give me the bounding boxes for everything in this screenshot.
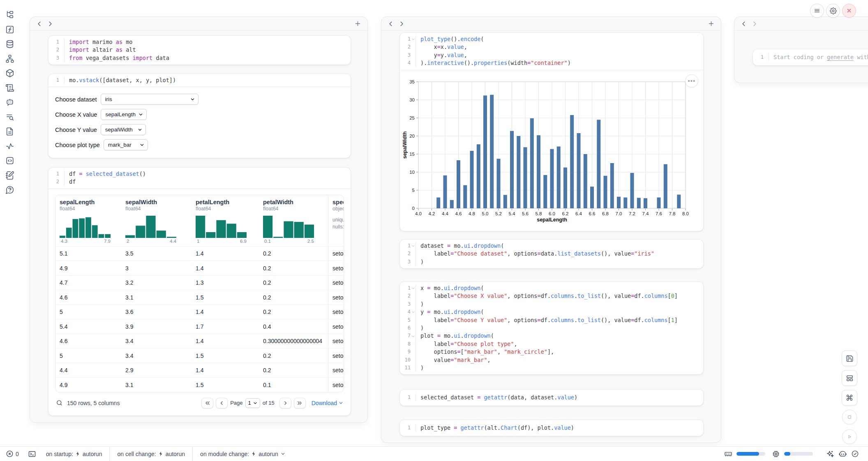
code-editor[interactable]: 1plot_type = getattr(alt.Chart(df), plot…: [400, 420, 703, 436]
sidebar-network-icon[interactable]: [5, 54, 14, 63]
table-row[interactable]: 53.41.50.2setosa: [55, 348, 344, 363]
code-line[interactable]: 2 label="Choose X value", options=df.col…: [400, 292, 703, 300]
settings-gear-button[interactable]: [826, 4, 840, 18]
code-line[interactable]: 5 label="Choose Y value", options=df.col…: [400, 316, 703, 324]
column-name[interactable]: sepalLength: [60, 199, 121, 205]
chevron-right-icon[interactable]: [47, 21, 58, 27]
code-editor[interactable]: 1selected_dataset = getattr(data, datase…: [400, 390, 703, 406]
download-button[interactable]: Download: [312, 400, 343, 406]
column-name[interactable]: sepalWidth: [125, 199, 192, 205]
search-icon[interactable]: [56, 399, 63, 406]
last-page-button[interactable]: [294, 398, 306, 408]
cell-imports[interactable]: 1import marimo as mo2import altair as al…: [48, 35, 351, 65]
code-line[interactable]: 1dataset = mo.ui.dropdown(: [400, 242, 703, 250]
code-line[interactable]: 8 label="Choose plot type",: [400, 340, 703, 348]
cell-selected-dataset[interactable]: 1selected_dataset = getattr(data, datase…: [399, 389, 704, 406]
bar-chart[interactable]: 4.04.24.44.64.85.05.25.45.65.86.06.26.46…: [400, 70, 704, 231]
code-editor[interactable]: 1Start coding or generate with AI: [753, 49, 868, 65]
menu-button[interactable]: [810, 4, 824, 18]
sidebar-code-square-icon[interactable]: [5, 156, 14, 165]
errors-indicator[interactable]: 0: [6, 450, 19, 458]
code-line[interactable]: 3): [400, 258, 703, 266]
code-line[interactable]: 3 y=y.value,: [400, 51, 703, 59]
prev-page-button[interactable]: [216, 398, 228, 408]
table-row[interactable]: 5.43.91.70.4setosa: [55, 319, 344, 334]
code-editor[interactable]: 1mo.vstack([dataset, x, y, plot]): [48, 74, 351, 87]
cell-plot[interactable]: 1plot_type().encode(2 x=x.value,3 y=y.va…: [399, 32, 704, 231]
chevron-right-icon[interactable]: [399, 21, 409, 27]
code-editor[interactable]: 1dataset = mo.ui.dropdown(2 label="Choos…: [400, 240, 703, 268]
next-page-button[interactable]: [279, 398, 291, 408]
chart-output[interactable]: 4.04.24.44.64.85.05.25.45.65.86.06.26.46…: [400, 70, 703, 231]
code-line[interactable]: 1df = selected_dataset(): [48, 170, 351, 178]
sidebar-bot-message-icon[interactable]: [5, 98, 14, 107]
cell-vstack[interactable]: 1mo.vstack([dataset, x, y, plot]) Choose…: [48, 74, 351, 158]
code-line[interactable]: 9 options=["mark_bar", "mark_circle"],: [400, 348, 703, 356]
chart-menu-button[interactable]: •••: [685, 74, 698, 88]
layout-button[interactable]: [842, 370, 857, 386]
choose-y-value-select[interactable]: sepalWidth: [101, 124, 146, 135]
table-row[interactable]: 4.42.91.40.2setosa: [55, 363, 344, 378]
terminal-button[interactable]: [28, 450, 36, 458]
chevron-left-icon[interactable]: [37, 21, 47, 27]
code-line[interactable]: 1plot_type = getattr(alt.Chart(df), plot…: [400, 424, 703, 432]
on-cell-change-toggle[interactable]: on cell change: autorun: [117, 451, 185, 457]
column-name[interactable]: species: [332, 199, 344, 205]
add-cell-icon[interactable]: [708, 21, 714, 27]
code-line[interactable]: 1x = mo.ui.dropdown(: [400, 284, 703, 292]
cell-plot-type[interactable]: 1plot_type = getattr(alt.Chart(df), plot…: [399, 420, 704, 436]
add-cell-icon[interactable]: [355, 21, 361, 27]
sidebar-database-icon[interactable]: [5, 39, 14, 48]
code-line[interactable]: 1mo.vstack([dataset, x, y, plot]): [48, 76, 351, 84]
close-button[interactable]: [842, 4, 856, 18]
table-row[interactable]: 5.13.51.40.2setosa: [55, 246, 344, 261]
sidebar-function-square-icon[interactable]: [5, 25, 14, 34]
chevron-right-icon[interactable]: [752, 21, 762, 27]
cell-dataframe[interactable]: 1df = selected_dataset()2df sepalLengthf…: [48, 167, 351, 416]
column-name[interactable]: petalLength: [196, 199, 259, 205]
copilot-button[interactable]: [838, 449, 847, 458]
code-editor[interactable]: 1import marimo as mo2import altair as al…: [48, 36, 351, 65]
code-line[interactable]: 10 value="mark_bar",: [400, 356, 703, 364]
sidebar-notebook-pen-icon[interactable]: [5, 171, 14, 180]
code-editor[interactable]: 1x = mo.ui.dropdown(2 label="Choose X va…: [400, 282, 703, 374]
code-line[interactable]: 6): [400, 324, 703, 332]
scratch-cell[interactable]: 1Start coding or generate with AI: [753, 49, 868, 66]
code-editor[interactable]: 1plot_type().encode(2 x=x.value,3 y=y.va…: [400, 33, 703, 70]
command-palette-button[interactable]: ⌘: [842, 390, 857, 406]
code-line[interactable]: 4).interactive().properties(width="conta…: [400, 59, 703, 67]
save-button[interactable]: [842, 350, 857, 366]
page-select[interactable]: 1: [245, 398, 260, 408]
sidebar-activity-icon[interactable]: [5, 142, 14, 151]
choose-dataset-select[interactable]: iris: [101, 94, 199, 105]
code-line[interactable]: 1import marimo as mo: [48, 38, 351, 46]
code-line[interactable]: 3from vega_datasets import data: [48, 54, 351, 62]
table-row[interactable]: 4.931.40.2setosa: [55, 260, 344, 275]
code-line[interactable]: 4y = mo.ui.dropdown(: [400, 308, 703, 316]
sidebar-list-search-icon[interactable]: [5, 113, 14, 122]
stop-button[interactable]: [842, 410, 857, 424]
on-startup-toggle[interactable]: on startup: autorun: [46, 451, 102, 457]
table-row[interactable]: 4.93.11.50.1setosa: [55, 377, 344, 392]
chevron-left-icon[interactable]: [388, 21, 399, 27]
table-row[interactable]: 53.61.40.2setosa: [55, 304, 344, 319]
ai-sparkles-button[interactable]: [826, 450, 834, 458]
code-line[interactable]: 2import altair as alt: [48, 46, 351, 54]
code-line[interactable]: 2df: [48, 178, 351, 186]
code-editor[interactable]: 1df = selected_dataset()2df: [48, 168, 351, 189]
choose-plot-type-select[interactable]: mark_bar: [104, 139, 148, 150]
code-line[interactable]: 1plot_type().encode(: [400, 35, 703, 43]
sidebar-file-tree-icon[interactable]: [5, 10, 14, 19]
connection-status-icon[interactable]: [851, 450, 859, 458]
sidebar-package-icon[interactable]: [5, 69, 14, 78]
chevron-left-icon[interactable]: [741, 21, 752, 27]
sidebar-scroll-text-icon[interactable]: [5, 83, 14, 92]
sidebar-help-bubble-icon[interactable]: [5, 185, 14, 194]
code-line[interactable]: 2 x=x.value,: [400, 43, 703, 51]
cell-dataset-dropdown[interactable]: 1dataset = mo.ui.dropdown(2 label="Choos…: [399, 239, 704, 269]
code-line[interactable]: 11): [400, 364, 703, 372]
table-row[interactable]: 4.63.41.40.30000000000000004setosa: [55, 334, 344, 348]
table-row[interactable]: 4.73.21.30.2setosa: [55, 275, 344, 290]
on-module-change-toggle[interactable]: on module change: autorun: [200, 451, 286, 457]
choose-x-value-select[interactable]: sepalLength: [101, 109, 147, 120]
